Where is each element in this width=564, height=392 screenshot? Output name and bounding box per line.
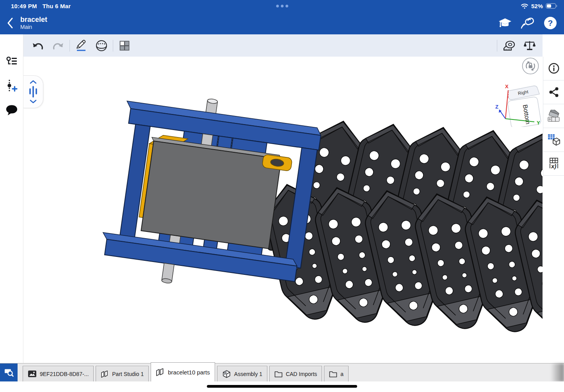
tab-a[interactable]: a bbox=[324, 366, 349, 381]
chevron-up-icon[interactable] bbox=[30, 80, 37, 84]
document-tab-bar: 9EF21DDB-8D87-... Part Studio 1 bbox=[0, 363, 564, 381]
app-screen: 10:49 PM Thu 6 Mar 52% bbox=[0, 0, 564, 392]
tab-cad-imports[interactable]: CAD Imports bbox=[269, 366, 322, 381]
status-date: Thu 6 Mar bbox=[43, 3, 71, 9]
redo-icon bbox=[52, 41, 64, 51]
share-icon bbox=[548, 87, 559, 98]
configurations-button[interactable] bbox=[543, 128, 564, 152]
info-button[interactable] bbox=[543, 57, 564, 80]
share-button[interactable] bbox=[543, 80, 564, 104]
3d-viewport[interactable]: Bottom Right X Z Y bbox=[23, 57, 543, 363]
learning-center-button[interactable] bbox=[498, 16, 512, 30]
add-feature-icon bbox=[6, 79, 18, 93]
battery-percent: 52% bbox=[531, 3, 543, 9]
tab-search-icon bbox=[4, 368, 14, 377]
scrubber-slider-icon bbox=[28, 85, 38, 98]
appearance-button[interactable] bbox=[543, 104, 564, 128]
help-button[interactable]: ? bbox=[544, 16, 557, 30]
feature-list-button[interactable] bbox=[5, 55, 19, 69]
tape-measure-icon bbox=[503, 40, 516, 51]
left-sidebar bbox=[0, 34, 23, 363]
variable-studio-icon: x) bbox=[548, 157, 560, 170]
model-electronics-box bbox=[141, 141, 281, 249]
spacemouse-button[interactable] bbox=[521, 16, 534, 30]
graduation-cap-icon bbox=[498, 17, 512, 29]
part-studio-tab-icon bbox=[156, 368, 165, 376]
right-sidebar: x) bbox=[543, 34, 564, 363]
pencil-sketch-icon bbox=[75, 40, 87, 52]
multitask-dots-indicator[interactable] bbox=[276, 0, 288, 12]
folder-icon bbox=[274, 371, 283, 378]
sphere-icon bbox=[95, 39, 108, 52]
help-icon: ? bbox=[544, 17, 557, 29]
wifi-icon bbox=[521, 3, 528, 9]
sketch-button[interactable] bbox=[75, 39, 88, 52]
redo-button[interactable] bbox=[52, 39, 65, 52]
comments-button[interactable] bbox=[5, 103, 19, 117]
svg-text:x): x) bbox=[551, 163, 556, 169]
comment-icon bbox=[5, 104, 18, 116]
mass-properties-button[interactable] bbox=[523, 39, 536, 52]
tab-bar-right-shadow bbox=[551, 363, 564, 382]
undo-button[interactable] bbox=[31, 39, 44, 52]
folder-icon bbox=[329, 371, 337, 378]
modeling-toolbar bbox=[23, 34, 543, 57]
insert-feature-button[interactable] bbox=[5, 79, 19, 93]
tab-image[interactable]: 9EF21DDB-8D87-... bbox=[23, 366, 94, 381]
axis-y-label: Y bbox=[537, 120, 540, 126]
view-grid-button[interactable] bbox=[118, 39, 131, 52]
battery-icon bbox=[546, 3, 558, 9]
tab-bracelet10-parts[interactable]: bracelet10 parts bbox=[151, 362, 215, 381]
tab-assembly-1[interactable]: Assembly 1 bbox=[217, 366, 267, 381]
axis-x-label: X bbox=[505, 84, 509, 89]
revolve-sphere-button[interactable] bbox=[95, 39, 108, 52]
info-icon bbox=[548, 62, 560, 74]
variables-button[interactable]: x) bbox=[543, 152, 564, 176]
document-header: bracelet Main bbox=[0, 12, 564, 34]
rotation-lock-button[interactable] bbox=[522, 57, 539, 75]
balance-scale-icon bbox=[523, 40, 536, 52]
undo-icon bbox=[32, 41, 44, 51]
axis-z-label: Z bbox=[495, 104, 498, 110]
tab-part-studio-1[interactable]: Part Studio 1 bbox=[96, 366, 149, 381]
chevron-down-icon[interactable] bbox=[30, 100, 37, 103]
ios-status-bar: 10:49 PM Thu 6 Mar 52% bbox=[0, 0, 564, 12]
part-studio-tab-icon bbox=[101, 370, 109, 378]
3d-model-bracelet-assembly[interactable] bbox=[23, 57, 543, 363]
image-tab-icon bbox=[28, 370, 37, 378]
document-title: bracelet bbox=[20, 16, 47, 24]
feature-list-icon bbox=[6, 56, 18, 67]
measure-button[interactable] bbox=[503, 39, 516, 52]
feature-scrubber-tab[interactable] bbox=[23, 75, 43, 108]
model-pin bbox=[162, 263, 174, 284]
assembly-tab-icon bbox=[222, 370, 231, 378]
view-cube[interactable]: Bottom Right X Z Y bbox=[494, 80, 543, 127]
workspace-name: Main bbox=[20, 24, 47, 30]
wireless-mouse-icon bbox=[520, 17, 535, 29]
grid-2x2-icon bbox=[119, 40, 130, 51]
tab-search-button[interactable] bbox=[0, 363, 18, 381]
status-time: 10:49 PM bbox=[11, 3, 37, 9]
configuration-table-cube-icon bbox=[547, 134, 560, 146]
color-swatches-icon bbox=[547, 110, 560, 122]
home-strip bbox=[0, 381, 564, 392]
back-button[interactable] bbox=[0, 12, 20, 34]
home-indicator[interactable] bbox=[207, 385, 357, 388]
